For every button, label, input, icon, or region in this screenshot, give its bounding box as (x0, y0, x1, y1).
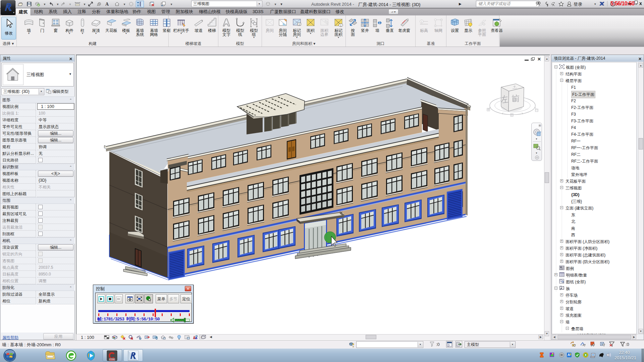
svg-text:▾: ▾ (57, 2, 58, 6)
svg-text:1: 1 (340, 24, 341, 26)
svg-text:▾: ▾ (274, 2, 276, 6)
svg-text:▾: ▾ (123, 2, 125, 6)
svg-text:A: A (105, 2, 109, 7)
svg-text:▾: ▾ (170, 2, 172, 6)
svg-text:▾: ▾ (280, 2, 282, 6)
svg-text:1: 1 (299, 23, 300, 25)
svg-text:▾: ▾ (84, 2, 85, 6)
svg-text:2012: 2012 (109, 359, 115, 361)
svg-text:▾: ▾ (44, 2, 45, 6)
svg-text:▾: ▾ (69, 2, 71, 6)
svg-text:1: 1 (421, 20, 423, 23)
